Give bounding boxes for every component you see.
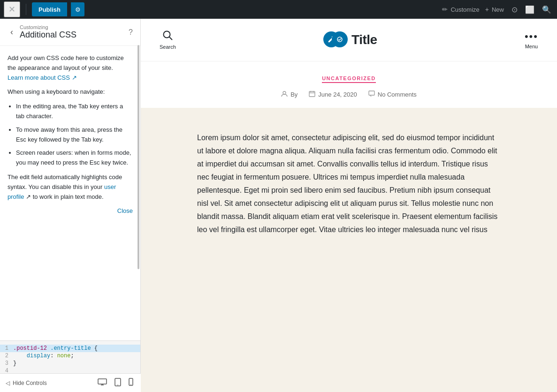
keyboard-heading: When using a keyboard to navigate: <box>8 87 133 97</box>
top-bar-icons: ⊙ ⬜ 🔍 <box>510 3 553 16</box>
close-link[interactable]: Close <box>117 207 133 214</box>
window-icon: ⬜ <box>525 5 534 14</box>
panel-header: ‹ Customizing Additional CSS ? <box>0 19 140 46</box>
panel-title-area: Customizing Additional CSS <box>20 24 129 40</box>
svg-point-11 <box>283 91 286 94</box>
svg-point-7 <box>164 31 170 38</box>
site-header: Search <box>141 19 557 61</box>
line-content-3: } <box>13 360 16 367</box>
post-meta-area: UNCATEGORIZED By <box>141 61 557 108</box>
menu-label: Menu <box>525 44 538 49</box>
author-icon <box>281 90 288 98</box>
post-date-text: June 24, 2020 <box>318 91 357 98</box>
site-title: Title <box>351 32 377 47</box>
top-bar: ✕ Publish ⚙ ✏ Customize + New ⊙ ⬜ 🔍 <box>0 0 557 19</box>
gear-icon: ⚙ <box>75 6 81 13</box>
post-date: June 24, 2020 <box>309 90 357 98</box>
author-label: By <box>290 91 298 98</box>
scroll-indicator <box>137 45 140 392</box>
menu-button[interactable]: ••• Menu <box>525 30 538 49</box>
post-category: UNCATEGORIZED <box>322 75 376 83</box>
help-icon-button[interactable]: ⊙ <box>510 3 519 16</box>
hide-controls-button[interactable]: ◁ Hide Controls <box>6 380 47 386</box>
question-icon: ⊙ <box>511 5 518 14</box>
code-line-1: 1 .postid-12 .entry-title { <box>0 345 140 352</box>
scroll-bar <box>137 45 139 269</box>
customize-label: Customize <box>450 6 479 13</box>
post-meta-row: By June 24, 2020 <box>281 90 417 98</box>
window-icon-button[interactable]: ⬜ <box>523 3 536 16</box>
plus-icon: + <box>485 6 489 13</box>
keyboard-tip-1: In the editing area, the Tab key enters … <box>16 102 133 121</box>
svg-line-8 <box>169 37 172 40</box>
mobile-button[interactable] <box>127 377 135 389</box>
post-content-area: Lorem ipsum dolor sit amet, consectetur … <box>141 108 557 392</box>
panel-title: Additional CSS <box>20 30 129 40</box>
search-button[interactable]: Search <box>160 30 176 50</box>
post-comments: No Comments <box>368 90 417 98</box>
external-link-icon-2: ↗ <box>24 193 31 200</box>
logo-circle-2 <box>332 31 348 47</box>
new-button[interactable]: + New <box>485 6 504 13</box>
bottom-bar: ◁ Hide Controls <box>0 373 141 392</box>
customizing-label: Customizing <box>20 24 129 30</box>
tablet-icon <box>114 380 121 388</box>
svg-rect-16 <box>369 91 374 95</box>
svg-point-6 <box>130 384 131 385</box>
device-buttons <box>96 377 135 389</box>
external-link-icon: ↗ <box>72 74 77 81</box>
keyboard-tips-list: In the editing area, the Tab key enters … <box>16 102 133 168</box>
line-number-2: 2 <box>0 353 13 359</box>
preview-area: Search <box>141 19 557 392</box>
publish-button[interactable]: Publish <box>32 2 67 16</box>
new-label: New <box>492 6 504 13</box>
svg-rect-0 <box>98 379 107 384</box>
publish-gear-button[interactable]: ⚙ <box>71 2 84 16</box>
post-content-text: Lorem ipsum dolor sit amet, consectetur … <box>197 131 501 236</box>
desktop-icon <box>98 379 107 387</box>
top-bar-right: ✏ Customize + New ⊙ ⬜ 🔍 <box>442 3 553 16</box>
logo-icons <box>323 31 350 48</box>
mobile-icon <box>129 379 133 387</box>
hide-controls-icon: ◁ <box>6 380 10 386</box>
main-area: ‹ Customizing Additional CSS ? Add your … <box>0 19 557 392</box>
line-number-3: 3 <box>0 360 13 367</box>
search-icon-button[interactable]: 🔍 <box>540 3 553 16</box>
search-icon: 🔍 <box>542 5 551 14</box>
svg-rect-12 <box>309 91 315 97</box>
panel-help-button[interactable]: ? <box>129 28 133 37</box>
desktop-button[interactable] <box>96 377 109 389</box>
svg-point-4 <box>117 384 118 385</box>
left-panel: ‹ Customizing Additional CSS ? Add your … <box>0 19 141 392</box>
description-text: Add your own CSS code here to customize … <box>8 53 133 83</box>
line-content-1: .postid-12 .entry-title { <box>13 345 98 352</box>
keyboard-tip-3: Screen reader users: when in forms mode,… <box>16 148 133 168</box>
search-label: Search <box>160 44 176 50</box>
customize-icon: ✏ <box>442 6 448 13</box>
line-number-1: 1 <box>0 345 13 352</box>
tablet-button[interactable] <box>113 377 123 389</box>
site-logo: Title <box>323 31 377 48</box>
panel-content: Add your own CSS code here to customize … <box>0 46 140 340</box>
learn-more-link[interactable]: Learn more about CSS ↗ <box>8 74 77 81</box>
post-author: By <box>281 90 298 98</box>
keyboard-tip-2: To move away from this area, press the E… <box>16 125 133 145</box>
help-icon: ? <box>129 28 133 36</box>
close-button[interactable]: ✕ <box>4 1 20 17</box>
post-comments-text: No Comments <box>378 91 417 98</box>
menu-dots-icon: ••• <box>525 30 538 43</box>
line-content-2: display: none; <box>13 353 74 359</box>
close-icon: ✕ <box>8 4 15 15</box>
search-icon <box>162 30 173 43</box>
customize-button[interactable]: ✏ Customize <box>442 6 479 13</box>
back-button[interactable]: ‹ <box>8 26 16 38</box>
edit-field-note: The edit field automatically highlights … <box>8 173 133 202</box>
comment-icon <box>368 90 375 98</box>
code-line-3: 3 } <box>0 360 140 367</box>
divider <box>26 4 26 15</box>
code-line-2: 2 display: none; <box>0 352 140 360</box>
close-link-area: Close <box>8 206 133 216</box>
hide-controls-label: Hide Controls <box>13 380 47 386</box>
date-icon <box>309 90 315 98</box>
